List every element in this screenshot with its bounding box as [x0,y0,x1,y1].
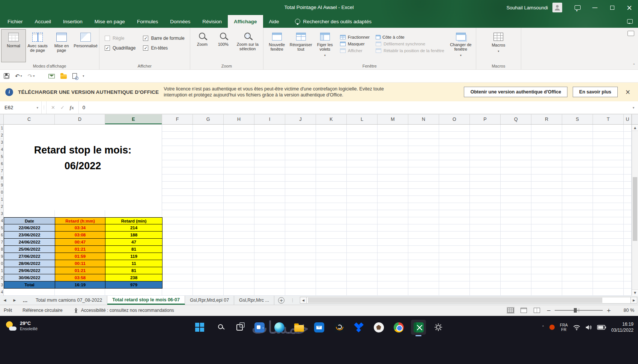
ribbon-tab-accueil[interactable]: Accueil [29,15,57,28]
table-cell[interactable]: 81 [105,267,163,274]
horizontal-scrollbar[interactable]: ◀ ▶ [300,297,637,304]
collapse-ribbon-icon[interactable]: ˄ [633,63,635,68]
tell-me-search[interactable]: Rechercher des outils adaptés [295,15,372,28]
row-header[interactable]: 8 [0,246,3,253]
table-cell[interactable]: 81 [105,246,163,253]
ribbon-tab-insertion[interactable]: Insertion [57,15,89,28]
ribbon-tab-fichier[interactable]: Fichier [2,15,29,28]
horizontal-scroll-track[interactable] [307,297,630,304]
column-header-J[interactable]: J [285,114,316,124]
row-header[interactable]: 9 [0,253,3,260]
sheet-tab-active[interactable]: Total retard stop le mois 06-07 [107,296,185,305]
page-layout-button[interactable]: Mise en page [50,30,74,62]
search-button[interactable] [212,320,227,335]
maximize-button[interactable] [603,0,621,15]
column-header-T[interactable]: T [593,114,624,124]
row-header[interactable]: 0 [0,260,3,267]
enter-icon[interactable]: ✓ [60,105,65,110]
table-cell[interactable]: 188 [105,232,163,239]
save-button[interactable] [4,73,9,79]
table-cell[interactable]: 03:34 [55,224,105,232]
ribbon-tab-affichage[interactable]: Affichage [228,15,263,28]
mail-app-button[interactable] [311,320,327,335]
table-cell[interactable]: Date [4,217,55,224]
unhide-window-button[interactable]: Afficher [340,48,370,53]
column-header-N[interactable]: N [408,114,439,124]
row-header[interactable]: 9 [0,182,3,189]
table-cell[interactable]: 01:21 [55,246,105,253]
row-header[interactable]: 3 [0,210,3,217]
insert-function-icon[interactable]: fx [70,105,74,111]
table-cell[interactable]: 16:19 [55,281,105,289]
dropbox-button[interactable] [351,320,366,335]
file-explorer-button[interactable] [292,320,307,335]
formula-input[interactable]: 0 [79,101,629,114]
table-cell[interactable]: 28/06/2022 [4,260,55,267]
reset-window-position-button[interactable]: Rétablir la position de la fenêtre [376,48,444,53]
row-header[interactable]: 2 [0,203,3,210]
minimize-button[interactable]: — [586,0,603,15]
table-cell[interactable]: 25/06/2022 [4,246,55,253]
chrome-button[interactable] [391,320,406,335]
table-cell[interactable]: 119 [105,253,163,260]
vertical-scrollbar[interactable]: ▲ ▼ [632,125,638,296]
row-header[interactable]: 6 [0,232,3,239]
view-side-by-side-button[interactable]: Côte à côte [376,35,444,39]
table-cell[interactable]: Total [4,281,55,289]
row-header[interactable]: 7 [0,167,3,174]
language-indicator[interactable]: FRA FR [560,323,568,332]
add-sheet-button[interactable]: + [278,297,284,304]
table-cell[interactable]: 30/06/2022 [4,274,55,281]
avatar[interactable] [552,3,562,12]
table-cell[interactable]: 00:11 [55,260,105,267]
row-header[interactable]: 4 [0,217,3,224]
ribbon-display-options-button[interactable] [569,0,586,15]
zoom-percentage[interactable]: 80 % [618,308,634,313]
scroll-up-icon[interactable]: ▲ [632,125,638,131]
formula-bar-expand-icon[interactable]: ▾ [629,101,638,114]
cancel-icon[interactable]: ✕ [51,105,55,110]
camera-app-button[interactable] [252,320,267,335]
share-icon[interactable] [627,31,634,36]
get-genuine-office-button[interactable]: Obtenir une version authentique d'Office [464,87,567,97]
open-button[interactable] [60,73,67,79]
task-view-button[interactable] [232,320,247,335]
row-header[interactable]: 3 [0,281,3,289]
table-cell[interactable]: 22/06/2022 [4,224,55,232]
column-header-H[interactable]: H [224,114,254,124]
column-header-Q[interactable]: Q [501,114,531,124]
accessibility-status[interactable]: Accessibilité : consultez nos recommanda… [73,308,174,313]
table-cell[interactable]: 11 [105,260,163,267]
row-header[interactable]: 8 [0,174,3,182]
table-cell[interactable]: 238 [105,274,163,281]
gridlines-checkbox[interactable]: ✓ Quadrillage [105,45,135,51]
battery-icon[interactable] [597,325,606,330]
table-cell[interactable]: 979 [105,281,163,289]
qat-customize-button[interactable]: ▾ [83,74,84,78]
row-header[interactable]: 4 [0,146,3,153]
row-header[interactable]: 1 [0,196,3,203]
column-header-U[interactable]: U [624,114,632,124]
table-cell[interactable]: 214 [105,224,163,232]
column-header-M[interactable]: M [378,114,408,124]
sheet-nav-right[interactable]: ▶ [10,296,20,305]
ruler-checkbox[interactable]: Règle [105,36,135,41]
ribbon-tab-aide[interactable]: Aide [263,15,285,28]
hide-window-button[interactable]: Masquer [340,42,370,46]
name-box[interactable]: E62 ▾ [0,101,41,114]
zoom-slider[interactable] [555,310,603,311]
column-header-P[interactable]: P [470,114,501,124]
table-cell[interactable]: 24/06/2022 [4,239,55,246]
formula-bar-checkbox[interactable]: ✓ Barre de formule [143,36,184,41]
zoom-in-button[interactable]: + [606,307,611,313]
row-header[interactable]: 6 [0,160,3,167]
page-break-status-button[interactable] [534,308,540,313]
row-header[interactable]: 3 [0,139,3,146]
zoom-to-selection-button[interactable]: Zoom sur la sélection [234,30,262,62]
undo-button[interactable]: ↶▾ [15,73,22,80]
sheet-tab[interactable]: Gsl,Rpr,Mrd,epi 07 [185,296,234,305]
ribbon-tab-formules[interactable]: Formules [131,15,164,28]
table-cell[interactable]: 01:21 [55,267,105,274]
table-cell[interactable]: Retard (h:mm) [55,217,105,224]
row-header[interactable]: 1 [0,125,3,132]
